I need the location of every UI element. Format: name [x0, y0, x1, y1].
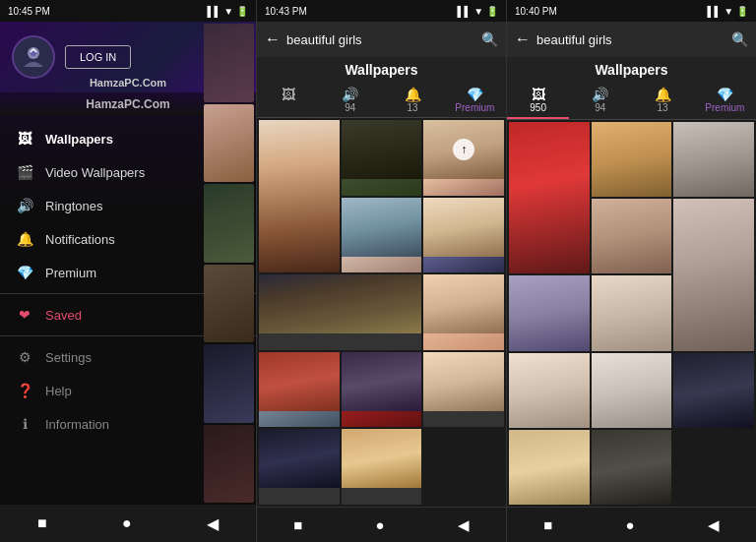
middle-photo-3[interactable]: ↑	[423, 120, 504, 196]
middle-tab-ringtones-count: 94	[345, 102, 355, 113]
right-photo-9[interactable]	[592, 353, 672, 428]
video-wallpapers-icon: 🎬	[16, 164, 33, 180]
middle-tab-premium-icon: 💎	[467, 87, 483, 102]
right-photo-4[interactable]	[592, 199, 672, 273]
middle-photo-7[interactable]	[423, 274, 504, 350]
right-photo-1[interactable]	[509, 122, 590, 273]
information-icon: ℹ	[16, 416, 33, 432]
settings-label: Settings	[45, 350, 92, 365]
middle-photo-5[interactable]	[423, 198, 504, 273]
left-time: 10:45 PM	[8, 6, 50, 17]
middle-panel: 10:43 PM ▌▌ ▼ 🔋 ← beautiful girls 🔍 Wall…	[256, 0, 506, 542]
middle-tab-premium[interactable]: 💎 Premium	[444, 83, 506, 117]
middle-time: 10:43 PM	[265, 6, 307, 17]
middle-nav-back[interactable]: ◀	[458, 516, 470, 534]
right-tab-premium-icon: 💎	[717, 87, 733, 102]
right-photo-10[interactable]	[673, 353, 754, 428]
middle-photo-1[interactable]	[259, 120, 340, 272]
right-nav-square[interactable]: ■	[543, 516, 552, 533]
video-wallpapers-label: Video Wallpapers	[45, 165, 145, 180]
right-time: 10:40 PM	[515, 6, 557, 17]
wallpapers-icon: 🖼	[16, 131, 33, 147]
right-tab-ringtones[interactable]: 🔊 94	[569, 83, 631, 119]
right-photo-8[interactable]	[509, 353, 590, 428]
right-back-arrow[interactable]: ←	[515, 30, 531, 48]
middle-photo-grid: ↑	[257, 118, 506, 507]
information-label: Information	[45, 417, 109, 432]
middle-photo-2[interactable]	[342, 120, 422, 196]
right-tab-premium[interactable]: 💎 Premium	[694, 83, 756, 119]
middle-status-bar: 10:43 PM ▌▌ ▼ 🔋	[257, 0, 506, 22]
middle-tab-wallpapers[interactable]: 🖼	[257, 83, 319, 117]
right-photo-11[interactable]	[509, 430, 590, 505]
middle-tab-ringtones[interactable]: 🔊 94	[319, 83, 381, 117]
middle-nav-square[interactable]: ■	[293, 516, 302, 533]
watermark: HamzaPC.Com	[90, 77, 166, 89]
right-photo-5[interactable]	[673, 199, 754, 350]
middle-nav-circle[interactable]: ●	[375, 516, 384, 533]
right-tab-wallpapers[interactable]: 🖼 950	[507, 83, 569, 119]
help-label: Help	[45, 384, 72, 398]
left-nav-circle[interactable]: ●	[122, 514, 132, 532]
right-tab-ringtones-count: 94	[595, 102, 605, 113]
app-logo	[12, 35, 55, 79]
right-photo-12[interactable]	[592, 430, 672, 505]
right-nav-back[interactable]: ◀	[708, 516, 720, 534]
right-photo-2[interactable]	[592, 122, 672, 197]
right-status-icons: ▌▌ ▼ 🔋	[707, 6, 748, 17]
right-panel: 10:40 PM ▌▌ ▼ 🔋 ← beautiful girls 🔍 Wall…	[506, 0, 756, 542]
saved-label: Saved	[45, 308, 82, 323]
strip-photo-1	[204, 24, 254, 102]
left-nav-square[interactable]: ■	[37, 514, 47, 532]
right-photo-6[interactable]	[509, 275, 590, 350]
right-tab-notif-icon: 🔔	[655, 87, 671, 102]
right-tab-notif-count: 13	[658, 102, 668, 113]
strip-photo-3	[204, 184, 254, 263]
left-status-icons: ▌▌ ▼ 🔋	[207, 6, 248, 17]
premium-icon: 💎	[16, 265, 33, 280]
right-photo-3[interactable]	[673, 122, 754, 197]
middle-tabs: 🖼 🔊 94 🔔 13 💎 Premium	[257, 83, 506, 118]
right-status-bar: 10:40 PM ▌▌ ▼ 🔋	[507, 0, 756, 22]
middle-search-icon[interactable]: 🔍	[481, 31, 498, 47]
strip-photo-4	[204, 265, 254, 343]
middle-search-bar[interactable]: ← beautiful girls 🔍	[257, 22, 506, 57]
middle-section-title: Wallpapers	[257, 57, 506, 83]
middle-photo-6[interactable]	[259, 274, 421, 350]
middle-photo-4[interactable]	[342, 198, 422, 273]
help-icon: ❓	[16, 383, 33, 398]
left-status-bar: 10:45 PM ▌▌ ▼ 🔋	[0, 0, 256, 22]
strip-photo-6	[204, 425, 254, 504]
login-button[interactable]: LOG IN	[65, 45, 131, 69]
middle-photo-12[interactable]	[342, 429, 422, 505]
right-tab-wallpapers-icon: 🖼	[532, 87, 545, 102]
right-tab-notifications[interactable]: 🔔 13	[632, 83, 694, 119]
right-photo-grid	[507, 120, 756, 507]
right-tab-ringtones-icon: 🔊	[592, 87, 608, 102]
notifications-label: Notifications	[45, 232, 115, 247]
left-nav-back[interactable]: ◀	[207, 514, 219, 533]
hamzapc-text: HamzaPC.Com	[86, 97, 169, 111]
middle-back-arrow[interactable]: ←	[265, 30, 281, 48]
middle-tab-notif-count: 13	[408, 102, 418, 113]
right-search-bar[interactable]: ← beautiful girls 🔍	[507, 22, 756, 57]
notifications-icon: 🔔	[16, 231, 33, 247]
wallpapers-label: Wallpapers	[45, 132, 113, 147]
right-photo-7[interactable]	[592, 275, 672, 350]
middle-photo-10[interactable]	[423, 352, 504, 428]
middle-photo-11[interactable]	[259, 429, 340, 505]
middle-tab-premium-label: Premium	[455, 102, 494, 113]
middle-tab-notifications[interactable]: 🔔 13	[382, 83, 444, 117]
middle-photo-9[interactable]	[342, 352, 422, 428]
right-tab-wallpapers-count: 950	[530, 102, 546, 113]
ringtones-icon: 🔊	[16, 198, 33, 213]
middle-search-query: beautiful girls	[286, 32, 475, 47]
ringtones-label: Ringtones	[45, 199, 103, 213]
middle-photo-8[interactable]	[259, 352, 340, 428]
settings-icon: ⚙	[16, 349, 33, 365]
saved-icon: ❤	[16, 307, 33, 323]
right-search-icon[interactable]: 🔍	[731, 31, 748, 47]
right-nav-circle[interactable]: ●	[625, 516, 634, 533]
middle-tab-ringtones-icon: 🔊	[342, 87, 358, 102]
middle-tab-wallpapers-icon: 🖼	[282, 87, 295, 102]
